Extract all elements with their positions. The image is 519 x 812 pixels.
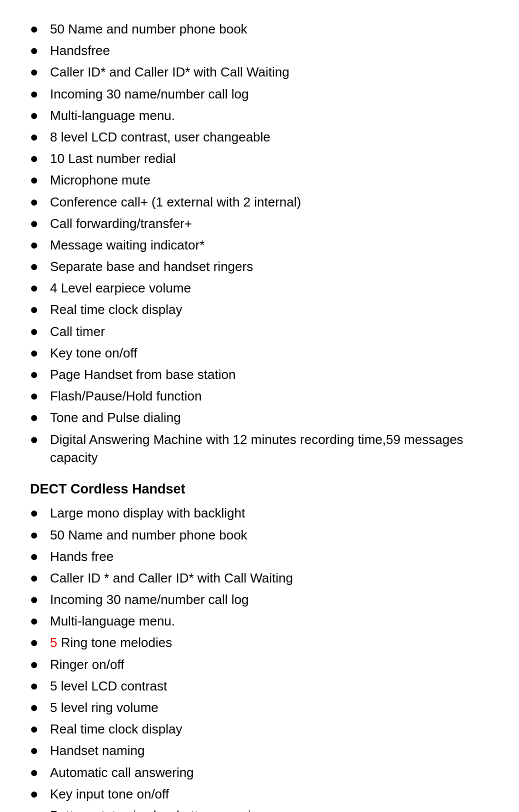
item-text: Digital Answering Machine with 12 minute…	[50, 430, 489, 467]
list-item: ●Message waiting indicator*	[30, 236, 489, 254]
bullet-icon: ●	[30, 676, 45, 696]
item-text: Handset naming	[50, 742, 489, 760]
bullet-icon: ●	[30, 784, 45, 804]
item-text: Flash/Pause/Hold function	[50, 387, 489, 405]
handset-feature-list: ●Large mono display with backlight●50 Na…	[30, 504, 489, 812]
item-text: Hands free	[50, 548, 489, 566]
bullet-icon: ●	[30, 322, 45, 341]
list-item: ●Ringer on/off	[30, 656, 489, 674]
bullet-icon: ●	[30, 632, 45, 652]
item-text: Multi-language menu.	[50, 612, 489, 630]
item-text: 50 Name and number phone book	[50, 20, 489, 38]
list-item: ●50 Name and number phone book	[30, 526, 489, 544]
list-item: ●Handsfree	[30, 42, 489, 60]
item-text: Call timer	[50, 322, 489, 340]
bullet-icon: ●	[30, 235, 45, 254]
list-item: ●Conference call+ (1 external with 2 int…	[30, 193, 489, 212]
item-text: Tone and Pulse dialing	[50, 408, 489, 426]
bullet-icon: ●	[30, 192, 45, 212]
bullet-icon: ●	[30, 343, 45, 362]
list-item: ●Microphone mute	[30, 171, 489, 190]
bullet-icon: ●	[30, 84, 45, 104]
bullet-icon: ●	[30, 106, 45, 125]
list-item: ●8 level LCD contrast, user changeable	[30, 128, 489, 146]
section-header-dect: DECT	[30, 482, 67, 496]
bullet-icon: ●	[30, 719, 45, 738]
item-text: Incoming 30 name/number call log	[50, 590, 489, 608]
item-text: Real time clock display	[50, 300, 489, 318]
bullet-icon: ●	[30, 546, 45, 566]
item-text: 50 Name and number phone book	[50, 526, 489, 544]
list-item: ●Digital Answering Machine with 12 minut…	[30, 430, 489, 467]
item-text: Separate base and handset ringers	[50, 258, 489, 276]
bullet-icon: ●	[30, 503, 45, 522]
list-item: ●Call timer	[30, 322, 489, 341]
item-text: Key input tone on/off	[50, 785, 489, 803]
list-item: ●Incoming 30 name/number call log	[30, 85, 489, 104]
bullet-icon: ●	[30, 806, 45, 812]
content-area: ●50 Name and number phone book●Handsfree…	[30, 20, 489, 812]
bullet-icon: ●	[30, 148, 45, 168]
section-header-title: Cordless Handset	[67, 482, 186, 496]
item-text: Multi-language menu.	[50, 106, 489, 124]
bullet-icon: ●	[30, 300, 45, 319]
bullet-icon: ●	[30, 611, 45, 630]
bullet-icon: ●	[30, 590, 45, 609]
item-text: Key tone on/off	[50, 344, 489, 362]
item-text: Large mono display with backlight	[50, 504, 489, 522]
bullet-icon: ●	[30, 386, 45, 406]
list-item: ●50 Name and number phone book	[30, 20, 489, 38]
list-item: ●Call forwarding/transfer+	[30, 214, 489, 233]
bullet-icon: ●	[30, 256, 45, 276]
bullet-icon: ●	[30, 278, 45, 298]
item-text: 5 level ring volume	[50, 698, 489, 716]
item-text: Ringer on/off	[50, 656, 489, 674]
bullet-icon: ●	[30, 170, 45, 190]
item-text: Automatic call answering	[50, 764, 489, 782]
item-text: Real time clock display	[50, 720, 489, 738]
list-item: ●Real time clock display	[30, 720, 489, 738]
item-text: 10 Last number redial	[50, 150, 489, 168]
list-item: ●Incoming 30 name/number call log	[30, 590, 489, 609]
list-item: ●5 level LCD contrast	[30, 677, 489, 696]
list-item: ●5 level ring volume	[30, 698, 489, 717]
list-item: ●5 Ring tone melodies	[30, 634, 489, 652]
bullet-icon: ●	[30, 408, 45, 427]
item-text: Page Handset from base station	[50, 366, 489, 384]
item-text: Message waiting indicator*	[50, 236, 489, 254]
bullet-icon: ●	[30, 19, 45, 38]
list-item: ●Page Handset from base station	[30, 366, 489, 384]
list-item: ●Key input tone on/off	[30, 785, 489, 804]
item-text: Call forwarding/transfer+	[50, 214, 489, 232]
list-item: ●Key tone on/off	[30, 344, 489, 362]
section-header: DECT Cordless Handset	[30, 482, 489, 497]
bullet-icon: ●	[30, 568, 45, 588]
list-item: ●Hands free	[30, 548, 489, 566]
bullet-icon: ●	[30, 740, 45, 760]
list-item: ●Multi-language menu.	[30, 612, 489, 630]
item-text: Conference call+ (1 external with 2 inte…	[50, 193, 489, 211]
list-item: ●4 Level earpiece volume	[30, 279, 489, 298]
list-item: ●Large mono display with backlight	[30, 504, 489, 522]
bullet-icon: ●	[30, 430, 45, 449]
item-text: 5 level LCD contrast	[50, 677, 489, 695]
item-text: Incoming 30 name/number call log	[50, 85, 489, 103]
list-item: ●Multi-language menu.	[30, 106, 489, 125]
item-text: Caller ID * and Caller ID* with Call Wai…	[50, 569, 489, 587]
list-item: ●10 Last number redial	[30, 150, 489, 168]
bullet-icon: ●	[30, 654, 45, 674]
item-text: 4 Level earpiece volume	[50, 279, 489, 297]
list-item: ●Battery status inc low battery warning	[30, 806, 489, 812]
bullet-icon: ●	[30, 762, 45, 782]
bullet-icon: ●	[30, 62, 45, 82]
red-text: 5	[50, 635, 57, 650]
item-text: Microphone mute	[50, 171, 489, 189]
list-item: ●Flash/Pause/Hold function	[30, 387, 489, 406]
bullet-icon: ●	[30, 127, 45, 146]
bullet-icon: ●	[30, 214, 45, 233]
list-item: ●Caller ID * and Caller ID* with Call Wa…	[30, 569, 489, 588]
list-item: ●Real time clock display	[30, 300, 489, 319]
list-item: ●Separate base and handset ringers	[30, 258, 489, 276]
bullet-icon: ●	[30, 40, 45, 60]
item-text: Caller ID* and Caller ID* with Call Wait…	[50, 63, 489, 81]
